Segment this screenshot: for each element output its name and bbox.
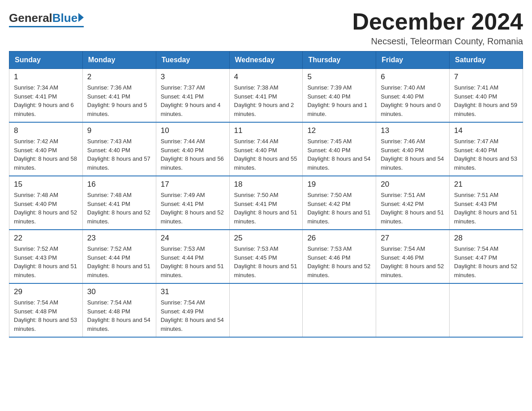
calendar-cell: 15Sunrise: 7:48 AMSunset: 4:40 PMDayligh… xyxy=(9,176,83,230)
calendar-cell: 6Sunrise: 7:40 AMSunset: 4:40 PMDaylight… xyxy=(376,69,450,123)
day-info: Sunrise: 7:54 AMSunset: 4:47 PMDaylight:… xyxy=(454,244,518,279)
calendar-header-wednesday: Wednesday xyxy=(229,51,303,69)
day-info: Sunrise: 7:54 AMSunset: 4:48 PMDaylight:… xyxy=(87,298,151,333)
logo-general-text: General xyxy=(9,11,52,25)
day-number: 18 xyxy=(234,180,298,189)
day-number: 1 xyxy=(14,73,78,81)
calendar-cell: 20Sunrise: 7:51 AMSunset: 4:42 PMDayligh… xyxy=(376,176,450,230)
calendar-header-monday: Monday xyxy=(82,51,156,69)
day-number: 27 xyxy=(381,234,445,243)
day-info: Sunrise: 7:53 AMSunset: 4:44 PMDaylight:… xyxy=(161,244,225,279)
day-number: 15 xyxy=(14,180,78,189)
calendar-header-sunday: Sunday xyxy=(9,51,83,69)
calendar-cell: 21Sunrise: 7:51 AMSunset: 4:43 PMDayligh… xyxy=(450,176,523,230)
logo: General Blue xyxy=(9,9,84,27)
calendar-cell: 27Sunrise: 7:54 AMSunset: 4:46 PMDayligh… xyxy=(376,230,450,283)
logo-text: General Blue xyxy=(9,11,84,25)
day-number: 23 xyxy=(87,234,151,243)
day-number: 25 xyxy=(234,234,298,243)
title-section: December 2024 Necsesti, Teleorman County… xyxy=(352,9,523,47)
day-info: Sunrise: 7:47 AMSunset: 4:40 PMDaylight:… xyxy=(454,137,518,172)
calendar-cell: 7Sunrise: 7:41 AMSunset: 4:40 PMDaylight… xyxy=(450,69,523,123)
calendar-cell: 26Sunrise: 7:53 AMSunset: 4:46 PMDayligh… xyxy=(303,230,376,283)
day-info: Sunrise: 7:50 AMSunset: 4:41 PMDaylight:… xyxy=(234,191,298,226)
calendar-cell: 29Sunrise: 7:54 AMSunset: 4:48 PMDayligh… xyxy=(9,283,83,337)
day-number: 14 xyxy=(454,126,518,135)
logo-underline xyxy=(9,26,84,27)
page-header: General Blue December 2024 Necsesti, Tel… xyxy=(9,9,523,47)
day-number: 31 xyxy=(161,287,225,296)
day-number: 16 xyxy=(87,180,151,189)
day-info: Sunrise: 7:53 AMSunset: 4:45 PMDaylight:… xyxy=(234,244,298,279)
day-number: 2 xyxy=(87,73,151,81)
day-info: Sunrise: 7:48 AMSunset: 4:40 PMDaylight:… xyxy=(14,191,78,226)
calendar-week-row: 15Sunrise: 7:48 AMSunset: 4:40 PMDayligh… xyxy=(9,176,523,230)
calendar-cell: 17Sunrise: 7:49 AMSunset: 4:41 PMDayligh… xyxy=(156,176,229,230)
calendar-cell xyxy=(450,283,523,337)
day-number: 4 xyxy=(234,73,298,81)
calendar-cell: 10Sunrise: 7:44 AMSunset: 4:40 PMDayligh… xyxy=(156,122,229,176)
calendar-cell xyxy=(229,283,303,337)
day-number: 17 xyxy=(161,180,225,189)
calendar-cell: 13Sunrise: 7:46 AMSunset: 4:40 PMDayligh… xyxy=(376,122,450,176)
day-number: 29 xyxy=(14,287,78,296)
calendar-cell: 22Sunrise: 7:52 AMSunset: 4:43 PMDayligh… xyxy=(9,230,83,283)
calendar-cell: 1Sunrise: 7:34 AMSunset: 4:41 PMDaylight… xyxy=(9,69,83,123)
day-info: Sunrise: 7:42 AMSunset: 4:40 PMDaylight:… xyxy=(14,137,78,172)
day-number: 13 xyxy=(381,126,445,135)
day-info: Sunrise: 7:51 AMSunset: 4:43 PMDaylight:… xyxy=(454,191,518,226)
day-info: Sunrise: 7:44 AMSunset: 4:40 PMDaylight:… xyxy=(234,137,298,172)
day-number: 26 xyxy=(307,234,371,243)
calendar-cell: 30Sunrise: 7:54 AMSunset: 4:48 PMDayligh… xyxy=(82,283,156,337)
calendar-cell: 19Sunrise: 7:50 AMSunset: 4:42 PMDayligh… xyxy=(303,176,376,230)
calendar-header-row: SundayMondayTuesdayWednesdayThursdayFrid… xyxy=(9,51,523,69)
day-number: 20 xyxy=(381,180,445,189)
day-info: Sunrise: 7:52 AMSunset: 4:44 PMDaylight:… xyxy=(87,244,151,279)
day-info: Sunrise: 7:53 AMSunset: 4:46 PMDaylight:… xyxy=(307,244,371,279)
day-info: Sunrise: 7:50 AMSunset: 4:42 PMDaylight:… xyxy=(307,191,371,226)
day-info: Sunrise: 7:36 AMSunset: 4:41 PMDaylight:… xyxy=(87,83,151,118)
day-info: Sunrise: 7:44 AMSunset: 4:40 PMDaylight:… xyxy=(161,137,225,172)
day-number: 24 xyxy=(161,234,225,243)
day-info: Sunrise: 7:45 AMSunset: 4:40 PMDaylight:… xyxy=(307,137,371,172)
calendar-cell: 23Sunrise: 7:52 AMSunset: 4:44 PMDayligh… xyxy=(82,230,156,283)
day-info: Sunrise: 7:51 AMSunset: 4:42 PMDaylight:… xyxy=(381,191,445,226)
day-info: Sunrise: 7:40 AMSunset: 4:40 PMDaylight:… xyxy=(381,83,445,118)
calendar-cell: 25Sunrise: 7:53 AMSunset: 4:45 PMDayligh… xyxy=(229,230,303,283)
day-number: 9 xyxy=(87,126,151,135)
day-number: 30 xyxy=(87,287,151,296)
day-info: Sunrise: 7:54 AMSunset: 4:48 PMDaylight:… xyxy=(14,298,78,333)
calendar-cell xyxy=(376,283,450,337)
day-info: Sunrise: 7:46 AMSunset: 4:40 PMDaylight:… xyxy=(381,137,445,172)
day-info: Sunrise: 7:38 AMSunset: 4:41 PMDaylight:… xyxy=(234,83,298,118)
calendar-cell: 12Sunrise: 7:45 AMSunset: 4:40 PMDayligh… xyxy=(303,122,376,176)
day-info: Sunrise: 7:41 AMSunset: 4:40 PMDaylight:… xyxy=(454,83,518,118)
day-info: Sunrise: 7:49 AMSunset: 4:41 PMDaylight:… xyxy=(161,191,225,226)
day-number: 6 xyxy=(381,73,445,81)
day-number: 19 xyxy=(307,180,371,189)
day-number: 10 xyxy=(161,126,225,135)
calendar-cell: 28Sunrise: 7:54 AMSunset: 4:47 PMDayligh… xyxy=(450,230,523,283)
calendar-week-row: 1Sunrise: 7:34 AMSunset: 4:41 PMDaylight… xyxy=(9,69,523,123)
calendar-header-thursday: Thursday xyxy=(303,51,376,69)
calendar-cell: 8Sunrise: 7:42 AMSunset: 4:40 PMDaylight… xyxy=(9,122,83,176)
logo-blue-part: Blue xyxy=(52,11,84,25)
calendar-cell xyxy=(303,283,376,337)
calendar-cell: 4Sunrise: 7:38 AMSunset: 4:41 PMDaylight… xyxy=(229,69,303,123)
calendar-week-row: 29Sunrise: 7:54 AMSunset: 4:48 PMDayligh… xyxy=(9,283,523,337)
calendar-cell: 31Sunrise: 7:54 AMSunset: 4:49 PMDayligh… xyxy=(156,283,229,337)
day-number: 12 xyxy=(307,126,371,135)
day-number: 3 xyxy=(161,73,225,81)
month-title: December 2024 xyxy=(352,9,523,34)
calendar-cell: 5Sunrise: 7:39 AMSunset: 4:40 PMDaylight… xyxy=(303,69,376,123)
day-info: Sunrise: 7:34 AMSunset: 4:41 PMDaylight:… xyxy=(14,83,78,118)
calendar-header-saturday: Saturday xyxy=(450,51,523,69)
day-number: 5 xyxy=(307,73,371,81)
day-number: 8 xyxy=(14,126,78,135)
day-info: Sunrise: 7:54 AMSunset: 4:46 PMDaylight:… xyxy=(381,244,445,279)
calendar-cell: 3Sunrise: 7:37 AMSunset: 4:41 PMDaylight… xyxy=(156,69,229,123)
calendar-cell: 2Sunrise: 7:36 AMSunset: 4:41 PMDaylight… xyxy=(82,69,156,123)
logo-blue-text: Blue xyxy=(52,11,77,25)
day-number: 21 xyxy=(454,180,518,189)
logo-arrow-icon xyxy=(78,13,84,22)
